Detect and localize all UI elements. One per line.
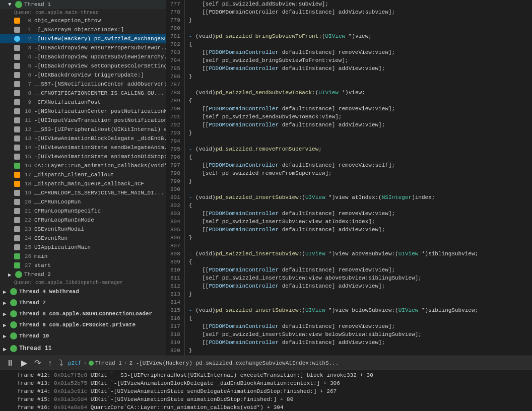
frame-12[interactable]: 12 __S53-[UIPeripheralHost(UIKitInternal… [0, 125, 166, 134]
code-line-807 [189, 242, 532, 250]
frame-label-2: -[UIView(Hackery) pd_swizzled_exchangeSu… [34, 36, 166, 42]
breadcrumb-thread: Thread 1 [95, 360, 122, 366]
frame-14[interactable]: 14 -[UIViewAnimationState sendDelegateAn… [0, 143, 166, 152]
frame-label-14: -[UIViewAnimationState sendDelegateAnim.… [34, 145, 166, 151]
output-line-3: frame #14: 0x01a3c81c UIKit`-[UIViewAnim… [4, 387, 528, 395]
code-line-820: } [189, 347, 532, 355]
code-line-777: [self pd_swizzled_addSubview:subview]; [189, 0, 532, 8]
frame-icon-1 [14, 27, 20, 33]
thread4-icon [10, 288, 17, 295]
frame-icon-5 [14, 63, 20, 69]
frame-label-5: -[UIBackdropView setComputesColorSetting… [34, 63, 166, 69]
frame-label-20: __CFRunLoopRun [34, 199, 81, 205]
frame-8[interactable]: 8 __CFNOTIFICATIONCENTER_IS_CALLING_OU..… [0, 89, 166, 98]
step-into-button[interactable]: ↷ [32, 357, 43, 369]
frame-label-7: __S57-[NSNotificationCenter addObserver:… [34, 81, 166, 87]
frame-23[interactable]: 23 GSEventRunModal [0, 225, 166, 234]
frame-0[interactable]: 0 objc_exception_throw [0, 16, 166, 25]
frame-17[interactable]: 17 _dispatch_client_callout [0, 170, 166, 179]
code-line-779: } [189, 16, 532, 24]
thread8-label: Thread 8 com.apple.NSURLConnectionLoader [19, 311, 152, 317]
step-over-inst-button[interactable]: ⤵ [57, 358, 65, 369]
frame-15[interactable]: 15 -[UIViewAnimationState animationDidSt… [0, 152, 166, 161]
frame-icon-0 [14, 18, 20, 24]
code-line-791: [self pd_swizzled_sendSubviewToBack:view… [189, 113, 532, 121]
frame-25[interactable]: 25 UIApplicationMain [0, 243, 166, 252]
frame-19[interactable]: 19 __CFRUNLOOP_IS_SERVICING_THE_MAIN_DI.… [0, 188, 166, 197]
continue-button[interactable]: ▶ [19, 357, 29, 369]
frame-label-21: CFRunLoopRunSpecific [34, 208, 101, 214]
frame-6[interactable]: 6 -[UIKBackdropView triggerUpdate:] [0, 71, 166, 80]
frame-label-17: _dispatch_client_callout [34, 172, 114, 178]
code-line-812: [[PDDOMDomainController defaultInstance]… [189, 282, 532, 290]
frame-10[interactable]: 10 -[NSNotificationCenter postNotificati… [0, 107, 166, 116]
thread2-label: Thread 2 [24, 271, 51, 278]
frame-13[interactable]: 13 -[UIViewAnimationBlockDelegate _didEn… [0, 134, 166, 143]
frame-21[interactable]: 21 CFRunLoopRunSpecific [0, 207, 166, 216]
frame-label-6: -[UIKBackdropView triggerUpdate:] [34, 72, 144, 78]
frame-label-15: -[UIViewAnimationState animationDidStop:… [34, 154, 166, 160]
breadcrumb-p2tf: p2tf [68, 360, 81, 366]
code-area: 777 778 779 780 781 782 783 784 785 786 … [166, 0, 532, 356]
frame-icon-10 [14, 108, 20, 114]
code-line-813: } [189, 290, 532, 298]
frame-27[interactable]: 27 start [0, 261, 166, 270]
frame-20[interactable]: 20 __CFRunLoopRun [0, 197, 166, 207]
right-panel: 777 778 779 780 781 782 783 784 785 786 … [166, 0, 532, 356]
code-line-783: [[PDDOMDomainController defaultInstance]… [189, 48, 532, 56]
frame-5[interactable]: 5 -[UIBackdropView setComputesColorSetti… [0, 61, 166, 71]
chevron-right-icon-t8: ▶ [3, 311, 9, 317]
thread8-header[interactable]: ▶ Thread 8 com.apple.NSURLConnectionLoad… [0, 308, 166, 319]
thread10-label: Thread 10 [19, 333, 49, 339]
code-line-785: [[PDDOMDomainController defaultInstance]… [189, 64, 532, 73]
frame-24[interactable]: 24 GSEventRun [0, 234, 166, 243]
frame-icon-3 [14, 45, 20, 51]
breadcrumb-frame: 2 -[UIView(Hackery) pd_swizzled_exchange… [129, 360, 339, 366]
thread7-label: Thread 7 [19, 300, 46, 306]
frame-2[interactable]: 2 -[UIView(Hackery) pd_swizzled_exchange… [0, 34, 166, 43]
code-line-792: [[PDDOMDomainController defaultInstance]… [189, 121, 532, 129]
chevron-right-icon-t11: ▶ [3, 346, 9, 352]
left-panel: ▼ Thread 1 Queue: com.apple.main-thread … [0, 0, 166, 356]
frame-11[interactable]: 11 -[UIInputViewTransition postNotificat… [0, 116, 166, 125]
thread4-header[interactable]: ▶ Thread 4 WebThread [0, 286, 166, 297]
frame-3[interactable]: 3 -[UIBackdropView ensureProperSubviewOr… [0, 43, 166, 52]
chevron-right-icon-t4: ▶ [3, 289, 9, 295]
code-line-787 [189, 81, 532, 89]
step-out-button[interactable]: ↑ [46, 358, 54, 369]
thread1-header[interactable]: ▼ Thread 1 [0, 0, 166, 9]
thread2-icon [15, 271, 22, 278]
frame-icon-4 [14, 54, 20, 60]
step-over-button[interactable]: ⏸ [4, 358, 16, 369]
frame-label-11: -[UIInputViewTransition postNotification… [34, 117, 166, 123]
frame-18[interactable]: 18 _dispatch_main_queue_callback_4CF [0, 179, 166, 188]
frame-22[interactable]: 22 CFRunLoopRunInMode [0, 216, 166, 225]
frame-icon-19 [14, 190, 20, 196]
code-line-797: [[PDDOMDomainController defaultInstance]… [189, 161, 532, 169]
frame-icon-25 [14, 244, 20, 250]
frame-1[interactable]: 1 -[_NSArrayM objectAtIndex:] [0, 25, 166, 34]
chevron-down-icon: ▼ [8, 2, 14, 8]
output-line-5: frame #16: 0x014a0e84 QuartzCore`CA::Lay… [4, 403, 528, 411]
thread9-header[interactable]: ▶ Thread 9 com.apple.CFSocket.private [0, 319, 166, 330]
frame-9[interactable]: 9 _CFXNotificationPost [0, 98, 166, 107]
thread11-header[interactable]: ▶ Thread 11 [0, 341, 166, 356]
code-line-803: [[PDDOMDomainController defaultInstance]… [189, 210, 532, 218]
thread7-header[interactable]: ▶ Thread 7 [0, 297, 166, 308]
frame-label-3: -[UIBackdropView ensureProperSubviewOr..… [34, 45, 166, 51]
frame-16[interactable]: 16 CA::Layer::run_animation_callbacks(vo… [0, 161, 166, 170]
frame-label-4: -[UIBackdropView updateSubviewHierarchy.… [34, 54, 166, 60]
code-line-799: } [189, 177, 532, 185]
code-line-784: [self pd_swizzled_bringSubviewToFront:vi… [189, 56, 532, 64]
frame-4[interactable]: 4 -[UIBackdropView updateSubviewHierarch… [0, 52, 166, 61]
thread2-header[interactable]: ▶ Thread 2 [0, 270, 166, 279]
frame-icon-23 [14, 226, 20, 232]
frame-label-25: UIApplicationMain [34, 244, 91, 250]
frame-26[interactable]: 26 main [0, 252, 166, 261]
frame-7[interactable]: 7 __S57-[NSNotificationCenter addObserve… [0, 80, 166, 89]
code-line-790: [[PDDOMDomainController defaultInstance]… [189, 105, 532, 113]
thread10-header[interactable]: ▶ Thread 10 [0, 330, 166, 341]
code-line-815: - (void)pd_swizzled_insertSubview:(UIVie… [189, 306, 532, 314]
code-line-816: { [189, 314, 532, 322]
main-area: ▼ Thread 1 Queue: com.apple.main-thread … [0, 0, 532, 356]
